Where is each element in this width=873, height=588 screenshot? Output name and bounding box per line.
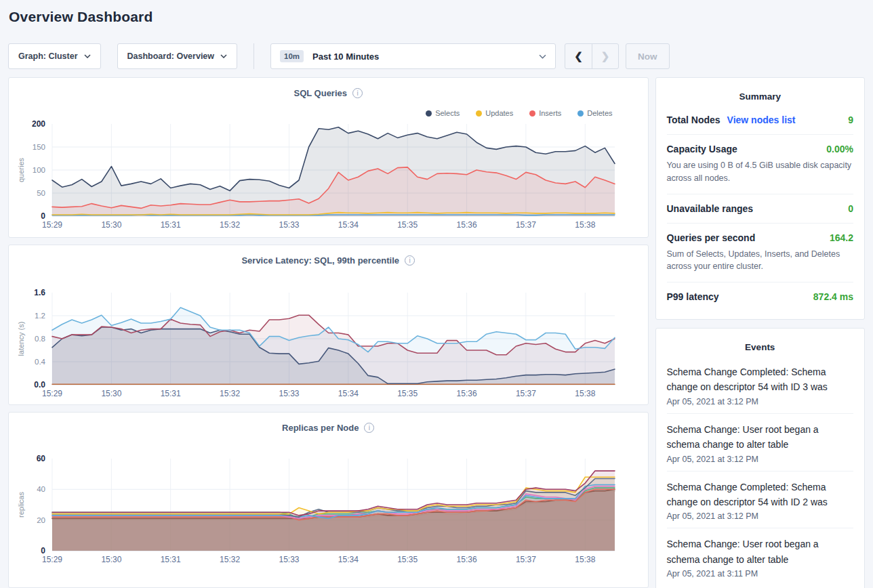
legend-item-deletes[interactable]: Deletes [577, 109, 612, 117]
info-icon[interactable]: i [364, 423, 374, 433]
replicas-per-node-chart-panel: Replicas per Node i 15:2915:3015:3115:32… [8, 412, 649, 588]
event-item[interactable]: Schema Change Completed: Schema change o… [667, 356, 854, 413]
svg-text:15:33: 15:33 [279, 389, 299, 398]
view-nodes-list-link[interactable]: View nodes list [727, 114, 796, 125]
summary-caption: You are using 0 B of 4.5 GiB usable disk… [667, 159, 854, 185]
legend-item-selects[interactable]: Selects [426, 109, 460, 117]
legend-label: Updates [485, 109, 513, 117]
svg-text:15:34: 15:34 [338, 220, 359, 230]
event-item[interactable]: Schema Change: User root began a schema … [667, 413, 854, 471]
svg-text:15:32: 15:32 [220, 555, 240, 564]
svg-text:replicas: replicas [17, 492, 25, 518]
svg-text:15:36: 15:36 [457, 220, 477, 230]
svg-text:15:33: 15:33 [279, 220, 299, 230]
events-panel: Events Schema Change Completed: Schema c… [655, 328, 866, 588]
legend-item-updates[interactable]: Updates [476, 109, 513, 117]
graph-dropdown[interactable]: Graph: Cluster [8, 43, 101, 69]
svg-text:15:34: 15:34 [338, 555, 359, 564]
svg-text:15:34: 15:34 [338, 389, 359, 398]
summary-value: 164.2 [830, 232, 853, 243]
event-timestamp: Apr 05, 2021 at 3:11 PM [667, 569, 854, 579]
time-range-picker[interactable]: 10m Past 10 Minutes [270, 43, 556, 69]
legend-dot [529, 110, 535, 117]
event-message: Schema Change: User root began a schema … [667, 537, 854, 567]
time-back-button[interactable]: ❮ [565, 44, 592, 68]
legend-dot [476, 110, 482, 117]
svg-text:0.8: 0.8 [35, 335, 45, 343]
svg-text:15:35: 15:35 [397, 220, 418, 230]
svg-text:200: 200 [32, 119, 45, 129]
svg-text:0.0: 0.0 [34, 380, 45, 390]
dashboard-dropdown[interactable]: Dashboard: Overview [117, 43, 238, 69]
svg-text:15:38: 15:38 [575, 555, 595, 564]
sql-queries-chart-panel: SQL Queries i Selects Updates Inserts De… [8, 77, 649, 238]
svg-text:latency (s): latency (s) [17, 322, 25, 356]
summary-label: Queries per second [667, 232, 756, 243]
legend-dot [426, 110, 432, 117]
summary-label: Unavailable ranges [667, 203, 754, 214]
svg-text:15:33: 15:33 [279, 555, 299, 564]
svg-text:0.4: 0.4 [35, 358, 46, 366]
toolbar: Graph: Cluster Dashboard: Overview 10m P… [8, 43, 865, 69]
svg-text:50: 50 [37, 189, 45, 197]
summary-row-p99-latency: P99 latency 872.4 ms [667, 282, 854, 311]
svg-text:15:32: 15:32 [220, 389, 240, 398]
svg-text:15:32: 15:32 [220, 220, 240, 230]
service-latency-chart-panel: Service Latency: SQL, 99th percentile i … [8, 245, 649, 405]
info-icon[interactable]: i [352, 88, 363, 98]
now-button[interactable]: Now [626, 43, 670, 69]
svg-text:15:37: 15:37 [516, 389, 536, 398]
svg-text:15:29: 15:29 [42, 389, 62, 398]
event-timestamp: Apr 05, 2021 at 3:12 PM [667, 511, 854, 521]
summary-label: P99 latency [667, 291, 719, 302]
events-title: Events [667, 337, 854, 356]
summary-caption: Sum of Selects, Updates, Inserts, and De… [667, 248, 854, 274]
graph-dropdown-label: Graph: Cluster [18, 51, 78, 61]
svg-text:100: 100 [33, 166, 45, 174]
svg-text:15:30: 15:30 [101, 220, 121, 230]
dashboard-dropdown-label: Dashboard: Overview [127, 51, 215, 61]
svg-text:queries: queries [17, 157, 25, 182]
info-icon[interactable]: i [405, 255, 415, 266]
chart-title-row: SQL Queries i [9, 78, 648, 98]
svg-text:15:31: 15:31 [161, 220, 181, 230]
event-item[interactable]: Schema Change: User root began a schema … [667, 528, 854, 585]
charts-column: SQL Queries i Selects Updates Inserts De… [8, 77, 649, 588]
legend-dot [577, 110, 584, 117]
svg-text:15:31: 15:31 [161, 389, 181, 398]
event-item[interactable]: Schema Change Completed: Schema change o… [667, 471, 854, 528]
svg-text:1.6: 1.6 [34, 288, 45, 297]
event-timestamp: Apr 05, 2021 at 3:12 PM [667, 455, 854, 464]
svg-text:150: 150 [33, 143, 45, 151]
replicas-per-node-chart[interactable]: 15:2915:3015:3115:3215:3315:3415:3515:36… [14, 452, 645, 570]
summary-row-capacity-usage: Capacity Usage 0.00% You are using 0 B o… [667, 134, 854, 194]
chart-title: Service Latency: SQL, 99th percentile [241, 255, 399, 266]
page-header: Overview Dashboard [0, 0, 873, 25]
sidebar: Summary Total Nodes View nodes list 9 Ca… [655, 77, 866, 588]
service-latency-chart[interactable]: 15:2915:3015:3115:3215:3315:3415:3515:36… [14, 286, 645, 404]
summary-title: Summary [667, 86, 854, 106]
chevron-down-icon [84, 54, 91, 58]
svg-text:15:38: 15:38 [575, 220, 595, 230]
svg-text:15:29: 15:29 [42, 220, 62, 230]
svg-text:15:35: 15:35 [397, 555, 418, 564]
summary-row-queries-per-second: Queries per second 164.2 Sum of Selects,… [667, 223, 854, 282]
time-window-badge: 10m [280, 50, 304, 62]
svg-text:15:35: 15:35 [397, 389, 418, 398]
summary-label: Capacity Usage [667, 144, 737, 154]
toolbar-divider [253, 43, 254, 69]
legend-label: Inserts [539, 109, 561, 117]
event-message: Schema Change Completed: Schema change o… [667, 480, 854, 510]
svg-text:15:30: 15:30 [101, 555, 121, 564]
chart-title: Replicas per Node [282, 423, 359, 433]
event-timestamp: Apr 05, 2021 at 3:12 PM [667, 397, 854, 406]
svg-text:1.2: 1.2 [35, 312, 45, 320]
sql-queries-chart[interactable]: 15:2915:3015:3115:3215:3315:3415:3515:36… [14, 117, 645, 235]
summary-value: 0.00% [826, 144, 853, 154]
main-content: SQL Queries i Selects Updates Inserts De… [8, 77, 865, 588]
svg-text:60: 60 [37, 454, 46, 463]
legend-item-inserts[interactable]: Inserts [529, 109, 561, 117]
summary-row-unavailable-ranges: Unavailable ranges 0 [667, 194, 854, 223]
summary-value: 0 [848, 203, 853, 214]
chevron-down-icon [539, 54, 546, 59]
